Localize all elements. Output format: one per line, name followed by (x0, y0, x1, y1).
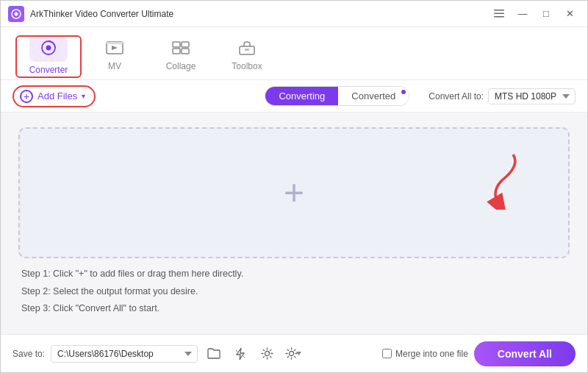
svg-line-16 (236, 350, 237, 352)
close-button[interactable]: ✕ (559, 6, 580, 22)
titlebar: ArkThinker Video Converter Ultimate — □ … (1, 1, 587, 27)
folder-icon-button[interactable] (204, 344, 224, 364)
save-path-select[interactable]: C:\Users\86176\Desktop (51, 345, 198, 363)
add-files-dropdown-arrow: ▾ (82, 92, 85, 100)
add-files-label: Add Files (37, 90, 77, 102)
svg-rect-3 (494, 13, 504, 15)
main-content: + Step 1: Click "+" to add files or drag… (1, 113, 587, 334)
collage-label: Collage (166, 61, 196, 71)
mv-label: MV (108, 61, 121, 71)
save-to-label: Save to: (12, 349, 45, 359)
tab-converting[interactable]: Converting (265, 87, 338, 105)
nav-item-toolbox[interactable]: Toolbox (214, 32, 280, 79)
svg-line-17 (243, 356, 245, 358)
step-3: Step 3: Click "Convert All" to start. (21, 302, 567, 316)
converter-highlight-border (15, 35, 82, 78)
toolbar: + Add Files ▾ Converting Converted Conve… (1, 80, 587, 113)
red-arrow (473, 151, 524, 213)
more-settings-icon-button[interactable] (283, 344, 304, 364)
window-controls: — □ ✕ (489, 6, 580, 22)
add-files-button[interactable]: + Add Files ▾ (12, 85, 96, 107)
svg-rect-10 (182, 42, 189, 47)
svg-rect-14 (245, 49, 249, 51)
tab-converted[interactable]: Converted (338, 87, 409, 105)
collage-icon (172, 40, 190, 58)
step-2: Step 2: Select the output format you des… (21, 285, 567, 299)
toolbox-label: Toolbox (232, 61, 262, 71)
svg-rect-4 (494, 16, 504, 18)
nav-item-converter[interactable]: Converter (15, 32, 82, 79)
svg-rect-12 (182, 49, 189, 54)
mv-icon (106, 40, 123, 58)
drop-zone[interactable]: + (18, 127, 570, 258)
maximize-button[interactable]: □ (536, 6, 556, 22)
convert-all-to-label: Convert All to: (429, 91, 484, 102)
merge-checkbox-input[interactable] (382, 349, 392, 358)
format-select[interactable]: MTS HD 1080P MP4 HD 1080P AVI MOV MKV (488, 88, 576, 104)
merge-checkbox-label[interactable]: Merge into one file (382, 349, 468, 359)
svg-rect-8 (107, 42, 123, 44)
convert-all-to-section: Convert All to: MTS HD 1080P MP4 HD 1080… (429, 88, 576, 104)
app-title: ArkThinker Video Converter Ultimate (30, 9, 489, 19)
settings-icon-button[interactable] (257, 344, 277, 364)
flash-icon-button[interactable] (230, 344, 251, 364)
drop-zone-plus-icon: + (284, 175, 304, 210)
svg-point-19 (290, 352, 294, 356)
nav-item-mv[interactable]: MV (82, 32, 148, 79)
menu-button[interactable] (489, 6, 509, 22)
tab-group: Converting Converted (265, 86, 409, 106)
converted-dot (401, 90, 406, 94)
minimize-button[interactable]: — (512, 6, 533, 22)
svg-point-18 (265, 352, 269, 356)
toolbox-icon (238, 40, 256, 58)
svg-rect-11 (173, 49, 180, 54)
steps-area: Step 1: Click "+" to add files or drag t… (18, 267, 570, 319)
step-1: Step 1: Click "+" to add files or drag t… (21, 267, 567, 281)
bottombar: Save to: C:\Users\86176\Desktop Merge in… (1, 334, 587, 372)
svg-rect-9 (173, 42, 180, 47)
convert-all-button[interactable]: Convert All (474, 341, 576, 366)
merge-label: Merge into one file (395, 349, 468, 359)
app-logo (8, 6, 24, 22)
navbar: Converter MV Collage (1, 27, 587, 80)
plus-circle-icon: + (20, 90, 33, 103)
nav-item-collage[interactable]: Collage (148, 32, 214, 79)
svg-point-1 (15, 12, 18, 15)
svg-rect-2 (494, 10, 504, 11)
